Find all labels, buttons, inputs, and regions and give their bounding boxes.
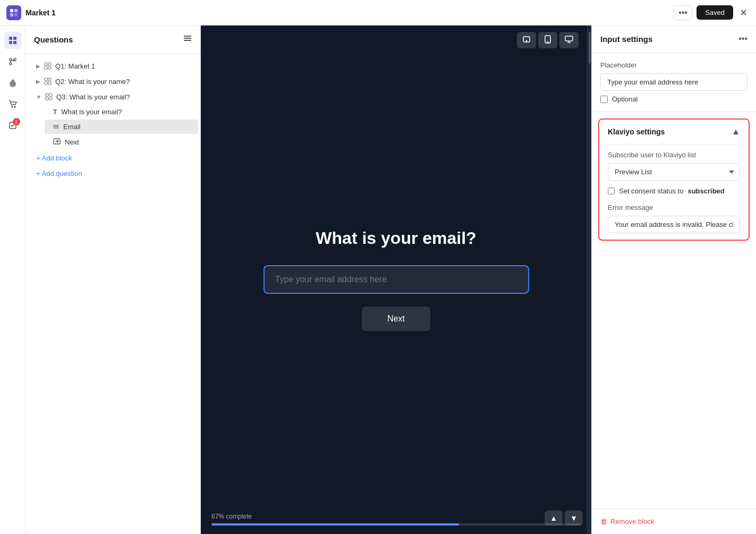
svg-rect-15: [184, 38, 191, 39]
klaviyo-subscribe-label: Subscribe user to Klaviyo list: [608, 151, 740, 159]
questions-panel: Questions ▶ Q1: Market 1: [26, 26, 201, 534]
svg-rect-0: [10, 9, 13, 12]
svg-point-31: [526, 40, 527, 41]
klaviyo-consent-checkbox[interactable]: [608, 188, 615, 194]
add-question-button[interactable]: + Add question: [26, 166, 92, 181]
preview-nav-down-button[interactable]: ▼: [565, 511, 583, 525]
question-item-q3[interactable]: ▼ Q3: What is your email?: [28, 89, 198, 104]
settings-more-button[interactable]: •••: [738, 34, 747, 44]
error-input[interactable]: [608, 216, 740, 233]
sub-item-next[interactable]: Next: [45, 134, 198, 150]
app-title: Market 1: [26, 9, 56, 17]
question-item-q2[interactable]: ▶ Q2: What is your name?: [28, 74, 198, 89]
svg-point-12: [14, 106, 15, 107]
questions-list: ▶ Q1: Market 1 ▶ Q2: What is y: [26, 54, 200, 534]
svg-rect-27: [46, 97, 48, 100]
preview-next-button[interactable]: Next: [362, 307, 430, 331]
error-label: Error message: [608, 204, 740, 211]
saved-button[interactable]: Saved: [696, 5, 733, 20]
placeholder-input[interactable]: [600, 73, 747, 91]
grid-small-icon: [44, 62, 52, 70]
question-item-q1[interactable]: ▶ Q1: Market 1: [28, 58, 198, 73]
svg-rect-34: [565, 36, 573, 41]
remove-block-button[interactable]: 🗑 Remove block: [592, 508, 756, 534]
sub-item-email[interactable]: ✉ Email: [45, 120, 198, 134]
questions-panel-title: Questions: [34, 35, 73, 44]
klaviyo-body: Subscribe user to Klaviyo list Preview L…: [599, 145, 749, 240]
klaviyo-consent-row: Set consent status to subscribed: [608, 187, 740, 195]
svg-rect-18: [48, 63, 51, 65]
preview-email-input[interactable]: [264, 265, 529, 294]
q3-label: Q3: What is your email?: [56, 93, 130, 101]
preview-question-title: What is your email?: [316, 228, 476, 248]
sub-item-email-label: Email: [63, 123, 81, 131]
q2-label: Q2: What is your name?: [55, 78, 130, 86]
svg-point-10: [10, 63, 12, 65]
nav-grid-button[interactable]: [4, 32, 21, 49]
placeholder-section: Placeholder Optional: [592, 53, 756, 112]
scrollbar-thumb: [589, 32, 591, 64]
svg-rect-14: [184, 36, 191, 37]
grid-small-icon: [44, 77, 52, 86]
svg-rect-26: [49, 94, 52, 96]
svg-rect-21: [45, 78, 47, 81]
svg-rect-24: [48, 82, 51, 84]
sub-item-next-label: Next: [65, 138, 79, 146]
preview-mobile-button[interactable]: [517, 32, 536, 48]
optional-checkbox[interactable]: [600, 96, 608, 103]
klaviyo-list-select[interactable]: Preview List: [608, 163, 740, 181]
icon-bar: 1: [0, 26, 26, 534]
tasks-badge: 1: [13, 118, 20, 125]
svg-rect-6: [9, 41, 12, 44]
topbar-dots-button[interactable]: •••: [674, 5, 692, 20]
svg-rect-19: [45, 66, 47, 69]
preview-area: What is your email? Next 67% complete ▲ …: [201, 26, 591, 534]
settings-panel-header: Input settings •••: [592, 26, 756, 53]
klaviyo-collapse-button[interactable]: ▲: [732, 127, 740, 137]
settings-panel-title: Input settings: [600, 35, 652, 44]
questions-panel-options-button[interactable]: [183, 34, 192, 45]
settings-spacer: [592, 247, 756, 508]
svg-point-11: [12, 106, 13, 107]
preview-content: What is your email? Next: [201, 26, 591, 534]
preview-scrollbar[interactable]: [587, 26, 591, 534]
preview-nav-up-button[interactable]: ▲: [545, 511, 563, 525]
svg-rect-28: [49, 97, 52, 100]
nav-tasks-button[interactable]: 1: [4, 117, 21, 134]
nav-shop-button[interactable]: [4, 96, 21, 113]
svg-rect-3: [14, 13, 18, 16]
chevron-down-icon: ▼: [36, 94, 41, 100]
remove-block-label: Remove block: [610, 518, 654, 525]
next-icon: [53, 138, 61, 147]
preview-tablet-button[interactable]: [538, 32, 557, 48]
chevron-right-icon: ▶: [36, 63, 40, 69]
questions-panel-header: Questions: [26, 26, 200, 54]
preview-footer: 67% complete: [201, 504, 591, 534]
klaviyo-consent-label-bold: subscribed: [687, 187, 724, 195]
progress-bar-bg: [211, 523, 581, 525]
klaviyo-header: Klaviyo settings ▲: [599, 120, 749, 145]
svg-rect-2: [10, 13, 13, 16]
svg-rect-16: [184, 40, 191, 41]
main-layout: 1 Questions ▶: [0, 26, 756, 534]
add-block-button[interactable]: + Add block: [26, 151, 83, 165]
svg-rect-5: [13, 37, 16, 40]
topbar-right: ••• Saved ✕: [674, 5, 750, 21]
svg-rect-4: [9, 37, 12, 40]
q3-sub-items: T What is your email? ✉ Email Next: [26, 105, 200, 150]
preview-toolbar: [517, 32, 579, 48]
klaviyo-settings-section: Klaviyo settings ▲ Subscribe user to Kla…: [598, 118, 750, 241]
optional-row: Optional: [600, 95, 747, 103]
sub-item-what-email[interactable]: T What is your email?: [45, 105, 198, 119]
topbar: Market 1 ••• Saved ✕: [0, 0, 756, 26]
close-button[interactable]: ✕: [737, 5, 750, 21]
trash-icon: 🗑: [600, 518, 607, 525]
nav-design-button[interactable]: [4, 74, 21, 91]
svg-rect-7: [13, 41, 16, 44]
svg-rect-22: [48, 78, 51, 81]
grid-small-icon: [45, 92, 53, 101]
klaviyo-title: Klaviyo settings: [608, 128, 665, 136]
nav-branch-button[interactable]: [4, 53, 21, 70]
progress-text: 67% complete: [211, 513, 581, 520]
preview-desktop-button[interactable]: [559, 32, 579, 48]
